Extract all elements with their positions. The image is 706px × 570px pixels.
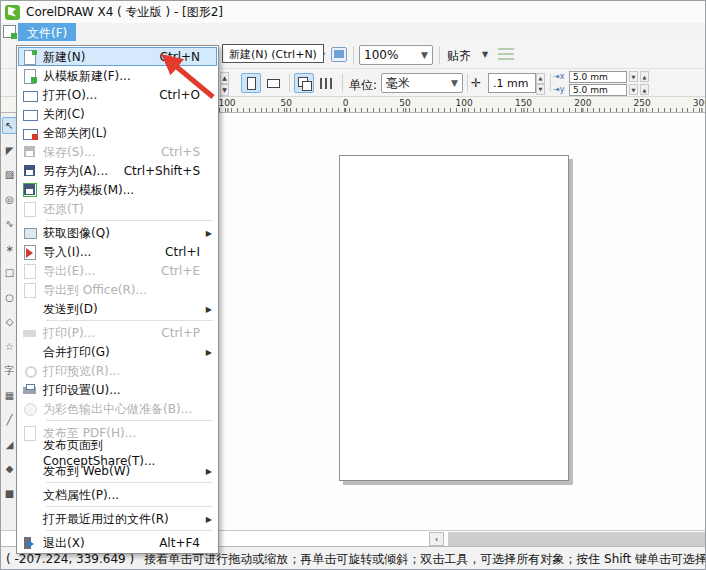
duplicate-x-up-icon[interactable]: ▲ bbox=[640, 71, 649, 82]
ellipse-tool[interactable]: ○ bbox=[2, 289, 17, 306]
menu-item-14[interactable]: 发送到(D)▶ bbox=[18, 299, 217, 318]
menu-item-label: 打印(P)... bbox=[43, 324, 161, 342]
polygon-tool[interactable]: ◇ bbox=[2, 313, 17, 330]
application-launcher-icon[interactable] bbox=[331, 47, 347, 62]
file-menu-dropdown: 新建(N)Ctrl+N从模板新建(F)...打开(O)...Ctrl+O关闭(C… bbox=[16, 45, 219, 554]
save-template-icon bbox=[23, 183, 37, 197]
current-page-layout-button[interactable] bbox=[316, 73, 336, 93]
menu-item-5[interactable]: 全部关闭(L) bbox=[18, 123, 217, 142]
menu-item-18[interactable]: 打印设置(U)... bbox=[18, 380, 217, 399]
exit-icon bbox=[23, 536, 37, 550]
menu-item-12: 导出(E)...Ctrl+E bbox=[18, 261, 217, 280]
menu-item-label: 新建(N) bbox=[43, 48, 160, 66]
chevron-down-icon: ▼ bbox=[421, 50, 428, 60]
duplicate-y-field[interactable]: 5.0 mm bbox=[569, 84, 627, 96]
menu-item-24[interactable]: 打开最近用过的文件(R)▶ bbox=[18, 509, 217, 528]
coreldraw-app-icon bbox=[5, 5, 20, 20]
menu-item-3[interactable]: 打开(O)...Ctrl+O bbox=[18, 85, 217, 104]
menu-item-10[interactable]: 获取图像(Q)▶ bbox=[18, 223, 217, 242]
toolbar-separator bbox=[353, 46, 354, 64]
menu-item-label: 为彩色输出中心做准备(B)... bbox=[43, 400, 216, 418]
menu-item-shortcut: Ctrl+N bbox=[160, 49, 216, 64]
freehand-tool[interactable]: ∿ bbox=[2, 215, 17, 232]
revert-icon bbox=[23, 202, 37, 216]
duplicate-y-icon: ⇥y bbox=[553, 85, 567, 94]
bars-icon bbox=[320, 78, 333, 89]
nudge-offset-field[interactable]: .1 mm bbox=[488, 73, 536, 93]
zoom-level-combo[interactable]: 100% ▼ bbox=[359, 45, 433, 65]
menu-item-11[interactable]: 导入(I)...Ctrl+I bbox=[18, 242, 217, 261]
toolbar-separator bbox=[439, 46, 440, 64]
menu-item-1[interactable]: 新建(N)Ctrl+N bbox=[18, 47, 217, 66]
menu-item-label: 关闭(C) bbox=[43, 105, 216, 123]
menu-item-label: 另存为模板(M)... bbox=[43, 181, 216, 199]
menu-item-label: 导出到 Office(R)... bbox=[43, 281, 216, 299]
menu-item-25[interactable]: 退出(X)Alt+F4 bbox=[18, 533, 217, 552]
interactive-fill-tool[interactable]: ■ bbox=[2, 485, 17, 502]
menu-item-spacer bbox=[23, 512, 37, 526]
smart-fill-tool[interactable]: ∗ bbox=[2, 240, 17, 257]
portrait-orientation-button[interactable] bbox=[241, 73, 261, 93]
duplicate-x-down-icon[interactable]: ▼ bbox=[629, 71, 638, 82]
nudge-spinner[interactable]: ▲▼ bbox=[536, 73, 545, 93]
page-canvas[interactable] bbox=[339, 155, 569, 481]
landscape-orientation-button[interactable] bbox=[263, 73, 283, 93]
menu-item-spacer bbox=[23, 445, 37, 459]
eyedropper-tool[interactable]: ╱ bbox=[2, 411, 17, 428]
menu-item-label: 还原(T) bbox=[43, 200, 216, 218]
submenu-arrow-icon: ▶ bbox=[206, 467, 212, 476]
pages-icon bbox=[298, 77, 310, 89]
duplicate-y-up-icon[interactable]: ▲ bbox=[640, 84, 649, 95]
menu-item-label: 全部关闭(L) bbox=[43, 124, 216, 142]
duplicate-y-down-icon[interactable]: ▼ bbox=[629, 84, 638, 95]
menu-item-16[interactable]: 合并打印(G)▶ bbox=[18, 342, 217, 361]
snap-caret-icon[interactable]: ▼ bbox=[482, 50, 488, 59]
menu-item-19: 为彩色输出中心做准备(B)... bbox=[18, 399, 217, 418]
shape-tool[interactable]: ◤ bbox=[2, 142, 17, 159]
rectangle-tool[interactable]: □ bbox=[2, 264, 17, 281]
menu-item-21[interactable]: 发布页面到 ConceptShare(T)... bbox=[18, 442, 217, 461]
menu-item-shortcut: Ctrl+I bbox=[165, 244, 216, 259]
duplicate-x-field[interactable]: 5.0 mm bbox=[569, 71, 627, 83]
ruler-tick-label: 300 bbox=[693, 98, 706, 108]
close-icon bbox=[23, 107, 37, 121]
table-tool[interactable]: ▦ bbox=[2, 387, 17, 404]
new-button-tooltip: 新建(N) (Ctrl+N) bbox=[222, 44, 324, 63]
property-bar-scroll-buttons[interactable]: ▲▼ bbox=[220, 72, 229, 94]
ruler-tick-label: 0 bbox=[343, 98, 349, 108]
zoom-tool[interactable]: ◎ bbox=[2, 191, 17, 208]
horizontal-scrollbar-thumb[interactable] bbox=[448, 532, 706, 546]
crop-tool[interactable]: ▨ bbox=[2, 166, 17, 183]
duplicate-x-icon: ⇥x bbox=[553, 72, 567, 81]
menu-item-label: 导出(E)... bbox=[43, 262, 161, 280]
menu-item-13: 导出到 Office(R)... bbox=[18, 280, 217, 299]
portrait-icon bbox=[247, 77, 256, 90]
menu-separator bbox=[46, 530, 213, 531]
menu-item-label: 保存(S)... bbox=[43, 143, 161, 161]
save-icon bbox=[23, 145, 37, 159]
ruler-tick-label: 150 bbox=[515, 98, 532, 108]
acquire-icon bbox=[23, 226, 37, 240]
menu-separator bbox=[46, 420, 213, 421]
menu-item-4[interactable]: 关闭(C) bbox=[18, 104, 217, 123]
menu-item-2[interactable]: 从模板新建(F)... bbox=[18, 66, 217, 85]
menu-item-spacer bbox=[23, 345, 37, 359]
menu-item-23[interactable]: 文档属性(P)... bbox=[18, 485, 217, 504]
menu-item-22[interactable]: 发布到 Web(W)▶ bbox=[18, 461, 217, 480]
snap-to-button[interactable]: 贴齐 bbox=[447, 48, 471, 65]
chevron-down-icon: ▼ bbox=[451, 78, 458, 88]
outline-tool[interactable]: ◢ bbox=[2, 436, 17, 453]
menu-item-7[interactable]: 另存为(A)...Ctrl+Shift+S bbox=[18, 161, 217, 180]
scroll-left-button[interactable]: ‹ bbox=[429, 532, 444, 546]
pick-tool[interactable]: ↖ bbox=[2, 117, 17, 134]
menu-item-8[interactable]: 另存为模板(M)... bbox=[18, 180, 217, 199]
menu-file[interactable]: 文件(F) bbox=[18, 23, 76, 41]
menu-item-shortcut: Ctrl+O bbox=[159, 87, 216, 102]
text-tool[interactable]: 字 bbox=[2, 362, 17, 379]
fill-tool[interactable]: ◆ bbox=[2, 460, 17, 477]
basic-shapes-tool[interactable]: ☆ bbox=[2, 338, 17, 355]
export-office-icon bbox=[23, 283, 37, 297]
menu-item-9: 还原(T) bbox=[18, 199, 217, 218]
all-pages-layout-button[interactable] bbox=[294, 73, 314, 93]
units-combo[interactable]: 毫米 ▼ bbox=[381, 73, 463, 93]
